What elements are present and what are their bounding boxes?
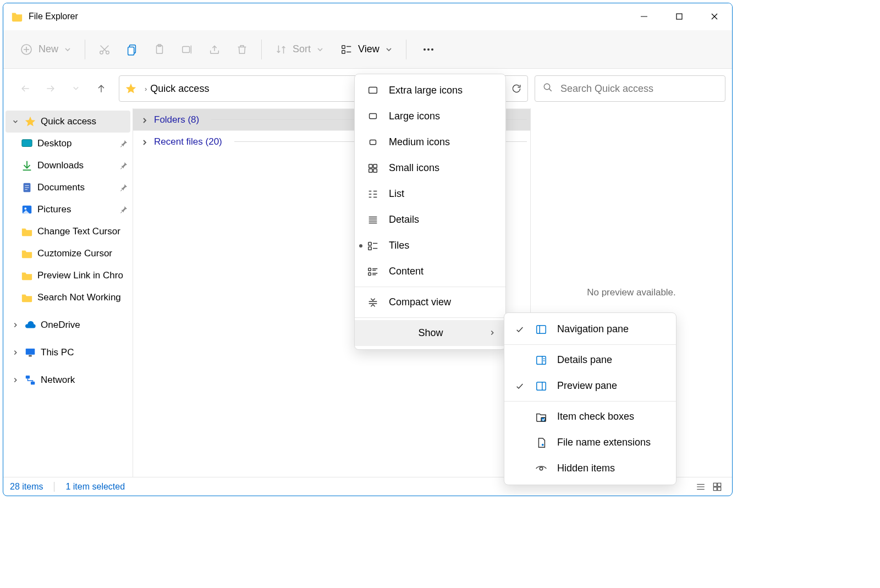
share-icon[interactable] xyxy=(208,43,221,56)
navigation-pane: Quick access Desktop Downloads Documents… xyxy=(3,108,133,477)
hidden-items-icon xyxy=(535,463,547,475)
compact-view-icon xyxy=(367,296,379,309)
breadcrumb-separator-icon: › xyxy=(145,85,147,93)
menu-medium-icons[interactable]: Medium icons xyxy=(355,129,505,155)
sidebar-item-folder[interactable]: Search Not Working xyxy=(3,287,133,309)
monitor-icon xyxy=(24,347,36,359)
pin-icon xyxy=(119,161,128,170)
svg-rect-72 xyxy=(369,268,371,271)
menu-tiles[interactable]: Tiles xyxy=(355,233,505,259)
submenu-item-checkboxes[interactable]: Item check boxes xyxy=(504,404,676,430)
svg-rect-47 xyxy=(713,483,717,486)
menu-details[interactable]: Details xyxy=(355,207,505,233)
sidebar-item-folder[interactable]: Change Text Cursor xyxy=(3,221,133,243)
new-label: New xyxy=(38,43,58,55)
sidebar-item-desktop[interactable]: Desktop xyxy=(3,133,133,155)
menu-compact-view[interactable]: Compact view xyxy=(355,289,505,315)
sidebar-item-folder[interactable]: Preview Link in Chro xyxy=(3,265,133,287)
file-explorer-window: File Explorer New Sort xyxy=(3,3,733,496)
menu-item-label: Content xyxy=(389,266,424,277)
copy-icon[interactable] xyxy=(126,43,138,56)
preview-message: No preview available. xyxy=(587,287,676,298)
svg-rect-42 xyxy=(26,376,30,379)
navigation-pane-icon xyxy=(535,323,547,336)
chevron-down-icon xyxy=(11,118,20,125)
desktop-icon xyxy=(21,138,33,150)
svg-point-22 xyxy=(424,48,426,51)
sidebar-item-folder[interactable]: Cuztomize Cursor xyxy=(3,243,133,265)
svg-line-29 xyxy=(549,89,552,91)
view-button[interactable]: View xyxy=(340,43,393,56)
svg-point-24 xyxy=(431,48,433,51)
sidebar-quick-access[interactable]: Quick access xyxy=(6,111,130,133)
documents-icon xyxy=(21,182,33,194)
extra-large-icons-icon xyxy=(367,85,379,97)
cut-icon[interactable] xyxy=(98,43,111,56)
menu-content[interactable]: Content xyxy=(355,259,505,284)
show-submenu: Navigation pane Details pane Preview pan… xyxy=(504,312,676,485)
svg-rect-49 xyxy=(713,487,717,490)
more-button[interactable] xyxy=(422,43,435,56)
sort-button[interactable]: Sort xyxy=(275,43,324,56)
menu-extra-large-icons[interactable]: Extra large icons xyxy=(355,78,505,103)
svg-rect-80 xyxy=(537,325,546,333)
rename-icon[interactable] xyxy=(181,43,193,56)
sidebar-item-label: Documents xyxy=(37,182,85,193)
sidebar-item-documents[interactable]: Documents xyxy=(3,177,133,199)
maximize-button[interactable] xyxy=(662,3,697,30)
new-button[interactable]: New xyxy=(20,43,72,56)
submenu-hidden-items[interactable]: Hidden items xyxy=(504,455,676,481)
svg-point-28 xyxy=(544,84,550,90)
submenu-navigation-pane[interactable]: Navigation pane xyxy=(504,316,676,342)
sidebar-this-pc[interactable]: This PC xyxy=(3,342,133,364)
submenu-details-pane[interactable]: Details pane xyxy=(504,347,676,373)
sidebar-item-downloads[interactable]: Downloads xyxy=(3,155,133,177)
search-icon xyxy=(543,83,553,95)
submenu-preview-pane[interactable]: Preview pane xyxy=(504,373,676,399)
svg-rect-48 xyxy=(718,483,721,486)
search-placeholder: Search Quick access xyxy=(560,83,653,95)
group-label: Folders (8) xyxy=(154,114,199,125)
search-box[interactable]: Search Quick access xyxy=(535,75,725,102)
paste-icon[interactable] xyxy=(153,43,166,56)
breadcrumb-location[interactable]: Quick access xyxy=(150,83,209,95)
sort-icon xyxy=(275,43,287,56)
menu-item-label: Hidden items xyxy=(557,463,615,474)
small-icons-icon xyxy=(367,162,379,174)
window-title: File Explorer xyxy=(29,12,78,21)
menu-list[interactable]: List xyxy=(355,181,505,207)
large-icons-icon xyxy=(367,111,379,123)
details-view-toggle[interactable] xyxy=(692,480,709,493)
up-button[interactable] xyxy=(96,83,107,94)
minimize-button[interactable] xyxy=(626,3,662,30)
menu-item-label: Large icons xyxy=(389,111,440,122)
pictures-icon xyxy=(21,204,33,216)
status-item-count: 28 items xyxy=(10,482,43,492)
forward-button[interactable] xyxy=(45,83,56,94)
menu-item-label: Item check boxes xyxy=(557,411,634,422)
active-indicator-icon xyxy=(359,244,362,248)
back-button[interactable] xyxy=(20,83,31,94)
recent-locations-button[interactable] xyxy=(70,83,81,94)
tiles-icon xyxy=(367,240,379,252)
menu-item-label: Extra large icons xyxy=(389,85,463,96)
menu-large-icons[interactable]: Large icons xyxy=(355,103,505,129)
check-icon xyxy=(514,382,525,391)
svg-rect-86 xyxy=(537,382,546,390)
delete-icon[interactable] xyxy=(236,43,248,56)
svg-rect-15 xyxy=(183,46,190,52)
thumbnails-view-toggle[interactable] xyxy=(709,480,725,493)
refresh-button[interactable] xyxy=(511,83,522,94)
star-icon xyxy=(24,116,36,128)
close-button[interactable] xyxy=(697,3,732,30)
svg-point-39 xyxy=(24,207,26,210)
chevron-right-icon xyxy=(141,116,148,124)
menu-show[interactable]: Show xyxy=(355,320,505,346)
sidebar-onedrive[interactable]: OneDrive xyxy=(3,314,133,336)
sidebar-item-pictures[interactable]: Pictures xyxy=(3,199,133,221)
submenu-file-name-extensions[interactable]: File name extensions xyxy=(504,430,676,455)
menu-item-label: File name extensions xyxy=(557,437,651,448)
menu-small-icons[interactable]: Small icons xyxy=(355,155,505,181)
svg-rect-40 xyxy=(26,349,35,355)
sidebar-network[interactable]: Network xyxy=(3,369,133,391)
